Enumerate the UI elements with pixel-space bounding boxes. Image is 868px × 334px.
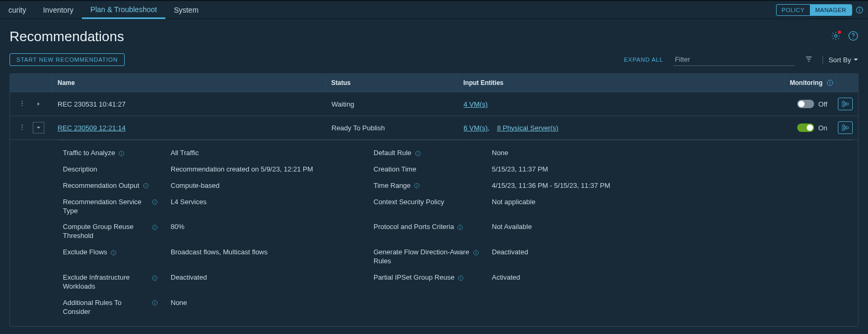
detail-label: Recommendation Output [63, 182, 158, 190]
nav-tab-system[interactable]: System [165, 1, 207, 18]
mode-policy[interactable]: POLICY [777, 5, 810, 15]
detail-value: Recommendation created on 5/9/23, 12:21 … [171, 165, 361, 173]
page-header: Recommendations [0, 19, 868, 49]
detail-value: Activated [492, 273, 847, 281]
sort-by-label: Sort By [828, 56, 851, 64]
svg-rect-15 [842, 101, 844, 103]
detail-value: Broadcast flows, Multicast flows [171, 248, 361, 256]
monitoring-toggle[interactable] [797, 123, 814, 132]
detail-value: Deactivated [492, 248, 847, 256]
info-icon[interactable] [143, 182, 149, 190]
info-icon[interactable] [118, 149, 125, 158]
svg-point-20 [22, 129, 23, 130]
row-actions-menu[interactable] [18, 100, 26, 109]
th-monitoring[interactable]: Monitoring [785, 74, 837, 92]
nav-tab-plan-troubleshoot[interactable]: Plan & Troubleshoot [82, 1, 165, 19]
mode-manager[interactable]: MANAGER [810, 5, 852, 15]
svg-point-12 [22, 100, 23, 101]
info-icon[interactable] [414, 182, 420, 190]
th-controls [10, 74, 52, 92]
detail-label: Protocol and Ports Criteria [374, 223, 479, 232]
sort-by-dropdown[interactable]: Sort By [823, 56, 858, 64]
input-entity-link[interactable]: 6 VM(s), [464, 124, 490, 132]
th-status[interactable]: Status [326, 74, 458, 92]
row-actions-menu[interactable] [18, 123, 26, 132]
filter-input[interactable] [674, 53, 795, 66]
recommendation-name[interactable]: REC 230509 12:21:14 [58, 124, 126, 132]
svg-point-2 [859, 8, 860, 8]
svg-point-26 [122, 152, 122, 152]
monitoring-label: On [818, 124, 827, 132]
svg-point-19 [22, 127, 23, 128]
detail-value: Not applicable [492, 198, 847, 206]
detail-value: None [171, 299, 361, 307]
info-icon[interactable] [110, 248, 117, 257]
svg-point-50 [476, 251, 477, 252]
input-entity-link[interactable]: 4 VM(s) [464, 100, 488, 108]
info-icon[interactable] [152, 273, 158, 282]
info-icon[interactable] [152, 223, 158, 232]
row-expand-toggle[interactable] [33, 122, 44, 133]
detail-label: Context Security Policy [374, 198, 479, 207]
start-recommendation-button[interactable]: START NEW RECOMMENDATION [10, 53, 125, 66]
row-expand-toggle[interactable] [33, 99, 44, 109]
detail-label: Partial IPSet Group Reuse [374, 273, 479, 282]
row-detail-panel: Traffic to AnalyzeAll TrafficDefault Rul… [10, 140, 858, 326]
info-icon[interactable] [152, 299, 158, 308]
top-nav-tabs: curity Inventory Plan & Troubleshoot Sys… [0, 1, 207, 18]
info-icon[interactable] [457, 223, 463, 232]
cell-input-entities: 4 VM(s) [459, 95, 786, 113]
detail-label: Additional Rules To Consider [63, 299, 158, 317]
detail-label: Exclude Flows [63, 248, 158, 257]
monitoring-toggle[interactable] [797, 100, 814, 108]
detail-value: Compute-based [171, 182, 361, 189]
svg-rect-22 [842, 128, 844, 130]
cell-monitoring: Off [785, 94, 833, 113]
detail-value: None [492, 149, 847, 157]
detail-label: Compute Group Reuse Threshold [63, 223, 158, 241]
detail-value: All Traffic [171, 149, 361, 157]
svg-point-18 [22, 124, 23, 125]
help-button[interactable] [848, 31, 858, 43]
filter-icon[interactable] [805, 55, 813, 65]
table-row: REC 230509 12:21:14Ready To Publish6 VM(… [10, 116, 858, 140]
recommendations-table: Name Status Input Entities Monitoring RE… [10, 73, 858, 327]
cell-name: REC 230531 10:41:27 [52, 95, 326, 113]
svg-point-35 [417, 185, 417, 185]
th-map [837, 74, 858, 92]
info-icon[interactable] [855, 6, 864, 14]
input-entity-link[interactable]: 8 Physical Server(s) [497, 124, 558, 132]
detail-label: Generate Flow Direction-Aware Rules [374, 248, 479, 266]
monitoring-label: Off [818, 100, 827, 108]
svg-point-53 [155, 276, 155, 277]
th-name[interactable]: Name [52, 74, 326, 92]
detail-label: Description [63, 165, 158, 174]
info-icon[interactable] [826, 79, 834, 87]
detail-value: Not Available [492, 223, 847, 231]
cell-name: REC 230509 12:21:14 [52, 119, 326, 137]
topology-map-button[interactable] [838, 98, 853, 110]
svg-rect-23 [846, 127, 848, 129]
th-monitoring-label: Monitoring [790, 79, 823, 87]
svg-point-11 [829, 81, 830, 82]
expand-all-button[interactable]: EXPAND ALL [623, 54, 664, 65]
table-header: Name Status Input Entities Monitoring [10, 74, 858, 92]
info-icon[interactable] [473, 248, 479, 257]
notification-dot-icon [838, 31, 841, 34]
settings-button[interactable] [831, 31, 841, 42]
toolbar-right: EXPAND ALL Sort By [623, 53, 858, 66]
info-icon[interactable] [415, 149, 421, 158]
svg-point-14 [22, 105, 23, 106]
detail-label: Traffic to Analyze [63, 149, 158, 158]
th-input-entities[interactable]: Input Entities [458, 74, 785, 92]
topology-map-button[interactable] [838, 121, 853, 134]
svg-rect-16 [842, 104, 844, 107]
svg-point-41 [155, 226, 155, 226]
detail-value: 4/15/23, 11:36 PM - 5/15/23, 11:37 PM [492, 182, 847, 189]
info-icon[interactable] [152, 198, 158, 207]
svg-rect-17 [846, 103, 848, 105]
nav-tab-security[interactable]: curity [0, 1, 34, 18]
info-icon[interactable] [458, 273, 464, 282]
top-nav: curity Inventory Plan & Troubleshoot Sys… [0, 0, 868, 19]
nav-tab-inventory[interactable]: Inventory [34, 1, 82, 18]
